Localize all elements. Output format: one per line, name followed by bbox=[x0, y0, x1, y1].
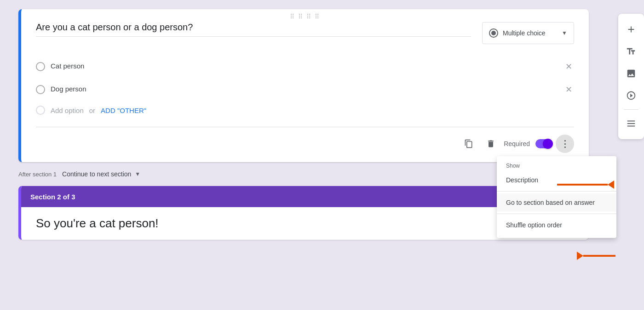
required-toggle[interactable] bbox=[535, 139, 552, 148]
add-title-button[interactable] bbox=[621, 41, 641, 62]
option-text-2[interactable]: Dog person bbox=[51, 85, 558, 94]
option-dog: Dog person ✕ bbox=[36, 78, 574, 101]
menu-item-go-to-section[interactable]: Go to section based on answer bbox=[497, 193, 616, 212]
add-other-link[interactable]: ADD "OTHER" bbox=[101, 107, 146, 114]
chevron-down-icon: ▼ bbox=[562, 30, 567, 36]
more-options-button[interactable]: ⋮ bbox=[556, 135, 574, 153]
after-section-label: After section 1 bbox=[18, 171, 57, 178]
arrowhead-1 bbox=[608, 180, 614, 189]
add-question-button[interactable] bbox=[621, 19, 641, 39]
menu-divider-1 bbox=[497, 191, 616, 192]
section-title[interactable]: So you're a cat person! bbox=[36, 216, 574, 231]
add-option-text[interactable]: Add option bbox=[51, 107, 84, 114]
arrow-to-section-item bbox=[577, 252, 615, 260]
menu-divider-2 bbox=[497, 214, 616, 214]
card-toolbar: Required ⋮ bbox=[36, 133, 574, 153]
add-video-button[interactable] bbox=[621, 85, 641, 106]
option-text-1[interactable]: Cat person bbox=[51, 62, 558, 71]
main-area: ⠿ ⠿ ⠿ ⠿ Are you a cat person or a dog pe… bbox=[0, 0, 644, 310]
option-radio-2 bbox=[36, 85, 45, 94]
chevron-down-icon: ▼ bbox=[135, 171, 140, 177]
drag-handle: ⠿ ⠿ ⠿ ⠿ bbox=[290, 13, 320, 20]
arrow-line-1 bbox=[557, 184, 608, 186]
add-section-button[interactable] bbox=[621, 113, 641, 134]
right-toolbar bbox=[618, 14, 644, 139]
arrow-to-more-button bbox=[557, 180, 614, 189]
add-image-button[interactable] bbox=[621, 63, 641, 84]
delete-button[interactable] bbox=[482, 135, 500, 153]
card-divider bbox=[36, 127, 574, 127]
remove-option-2-icon[interactable]: ✕ bbox=[564, 83, 574, 96]
add-option-row: Add option or ADD "OTHER" bbox=[36, 101, 574, 119]
remove-option-1-icon[interactable]: ✕ bbox=[564, 60, 574, 73]
question-card: ⠿ ⠿ ⠿ ⠿ Are you a cat person or a dog pe… bbox=[18, 9, 589, 162]
after-section-select[interactable]: Continue to next section ▼ bbox=[62, 170, 140, 178]
context-menu: Show Description Go to section based on … bbox=[497, 156, 616, 238]
section-label: Section 2 of 3 bbox=[30, 193, 75, 201]
menu-item-shuffle[interactable]: Shuffle option order bbox=[497, 216, 616, 234]
toggle-thumb bbox=[543, 139, 553, 149]
add-option-or: or bbox=[89, 107, 95, 114]
context-menu-show-label: Show bbox=[497, 160, 616, 171]
option-radio-1 bbox=[36, 62, 45, 71]
arrow-line-2 bbox=[583, 255, 615, 257]
question-header: Are you a cat person or a dog person? Mu… bbox=[36, 22, 574, 44]
add-option-radio bbox=[36, 106, 45, 115]
question-type-selector[interactable]: Multiple choice ▼ bbox=[482, 22, 574, 44]
arrowhead-2 bbox=[577, 252, 583, 260]
radio-type-icon bbox=[489, 28, 498, 38]
type-label: Multiple choice bbox=[503, 29, 557, 37]
question-title-area: Are you a cat person or a dog person? bbox=[36, 22, 471, 37]
required-label: Required bbox=[504, 140, 530, 147]
option-cat: Cat person ✕ bbox=[36, 55, 574, 78]
question-title[interactable]: Are you a cat person or a dog person? bbox=[36, 22, 471, 37]
after-section-value: Continue to next section bbox=[62, 170, 131, 178]
toolbar-divider bbox=[624, 109, 638, 110]
duplicate-button[interactable] bbox=[460, 135, 478, 153]
